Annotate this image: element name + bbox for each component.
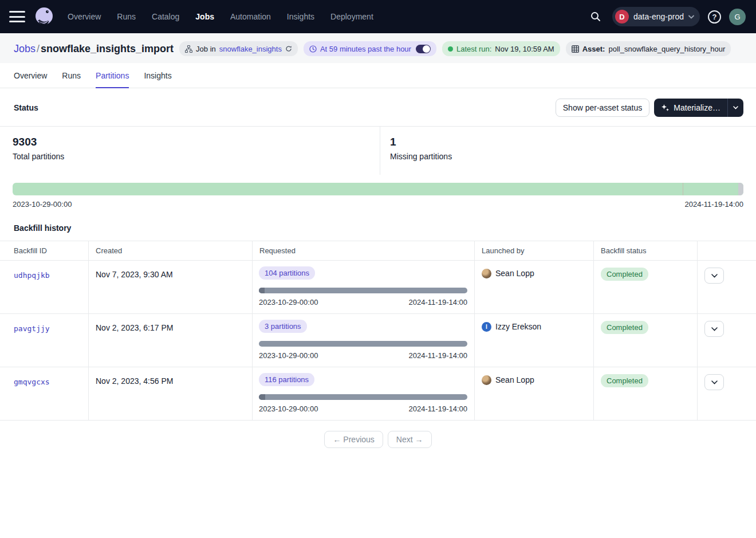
- page-title: snowflake_insights_import: [41, 43, 174, 54]
- nav-jobs[interactable]: Jobs: [195, 12, 214, 21]
- col-launched-by: Launched by: [475, 241, 594, 260]
- range-bar-segment: [259, 288, 265, 293]
- status-actions: Show per-asset status Materialize…: [556, 99, 743, 117]
- latest-run-time[interactable]: Nov 19, 10:59 AM: [495, 45, 554, 53]
- status-badge: Completed: [601, 374, 648, 387]
- launched-by-name: Sean Lopp: [495, 269, 534, 278]
- page-header: Jobs/snowflake_insights_import Job in sn…: [0, 33, 756, 63]
- created-value: Nov 7, 2023, 9:30 AM: [89, 261, 253, 313]
- launched-by-cell: I Izzy Erekson: [475, 314, 594, 367]
- help-icon[interactable]: ?: [708, 10, 721, 23]
- tab-insights[interactable]: Insights: [144, 63, 171, 88]
- col-backfill-id: Backfill ID: [0, 241, 89, 260]
- requested-partitions-badge[interactable]: 104 partitions: [259, 266, 315, 280]
- asset-name-link[interactable]: poll_snowflake_query_history_hour: [608, 45, 725, 53]
- chevron-down-icon: [733, 106, 738, 109]
- requested-partitions-badge[interactable]: 116 partitions: [259, 373, 314, 386]
- status-toolbar: Status Show per-asset status Materialize…: [0, 88, 756, 126]
- requested-cell: 116 partitions 2023-10-29-00:00 2024-11-…: [253, 367, 475, 420]
- col-created: Created: [89, 241, 253, 260]
- launched-by-cell: Sean Lopp: [475, 367, 594, 420]
- next-page-button[interactable]: Next →: [388, 431, 432, 448]
- deployment-badge: D: [615, 10, 629, 23]
- partition-bar-divider: [683, 183, 683, 195]
- total-partitions-value: 9303: [13, 136, 380, 148]
- previous-page-button[interactable]: ← Previous: [324, 431, 383, 448]
- row-menu-button[interactable]: [704, 268, 724, 284]
- row-menu-button[interactable]: [704, 321, 724, 337]
- backfill-range-bar: [259, 341, 467, 347]
- clock-icon: [309, 45, 317, 53]
- user-avatar[interactable]: G: [729, 9, 746, 25]
- materialize-caret-button[interactable]: [728, 99, 743, 117]
- show-per-asset-status-button[interactable]: Show per-asset status: [556, 99, 650, 117]
- nav-runs[interactable]: Runs: [117, 12, 136, 21]
- created-value: Nov 2, 2023, 6:17 PM: [89, 314, 253, 367]
- job-graph-icon: [185, 45, 192, 53]
- breadcrumb: Jobs/snowflake_insights_import: [14, 43, 174, 55]
- range-start: 2023-10-29-00:00: [259, 351, 318, 360]
- materialize-button[interactable]: Materialize…: [654, 99, 727, 117]
- nav-deployment[interactable]: Deployment: [330, 12, 373, 21]
- row-menu-button[interactable]: [704, 374, 724, 390]
- backfill-table-body: udhpqjkb Nov 7, 2023, 9:30 AM 104 partit…: [0, 261, 756, 421]
- materialize-button-group: Materialize…: [654, 99, 743, 117]
- chevron-down-icon: [711, 274, 718, 278]
- nav-insights[interactable]: Insights: [287, 12, 314, 21]
- sparkle-icon: [661, 104, 670, 112]
- reload-icon[interactable]: [285, 45, 292, 52]
- menu-icon[interactable]: [9, 11, 25, 22]
- dagster-logo-icon[interactable]: [33, 6, 55, 28]
- search-icon[interactable]: [587, 8, 604, 25]
- col-actions: [698, 241, 756, 260]
- avatar: I: [482, 322, 491, 332]
- schedule-badge: At 59 minutes past the hour: [304, 41, 436, 56]
- tab-overview[interactable]: Overview: [14, 63, 47, 88]
- chevron-down-icon: [688, 15, 694, 19]
- chevron-down-icon: [711, 380, 718, 384]
- partition-range-start: 2023-10-29-00:00: [13, 200, 72, 209]
- table-row: udhpqjkb Nov 7, 2023, 9:30 AM 104 partit…: [0, 261, 756, 314]
- missing-partitions-value: 1: [390, 136, 756, 148]
- tab-runs[interactable]: Runs: [62, 63, 81, 88]
- nav-automation[interactable]: Automation: [230, 12, 271, 21]
- asset-label: Asset:: [582, 45, 605, 53]
- backfill-range-bar: [259, 288, 467, 293]
- partition-range-end: 2024-11-19-14:00: [685, 200, 743, 209]
- repo-link[interactable]: snowflake_insights: [219, 45, 282, 53]
- backfill-id-link[interactable]: gmqvgcxs: [14, 378, 50, 386]
- latest-run-badge: Latest run: Nov 19, 10:59 AM: [442, 41, 560, 56]
- backfill-table: Backfill ID Created Requested Launched b…: [0, 241, 756, 421]
- missing-partitions-stat: 1 Missing partitions: [380, 127, 756, 175]
- requested-partitions-badge[interactable]: 3 partitions: [259, 320, 307, 333]
- backfill-id-link[interactable]: pavgtjjy: [14, 324, 50, 333]
- col-backfill-status: Backfill status: [594, 241, 698, 260]
- deployment-name: data-eng-prod: [633, 12, 684, 21]
- nav-catalog[interactable]: Catalog: [152, 12, 179, 21]
- launched-by-cell: Sean Lopp: [475, 261, 594, 313]
- navbar-right: D data-eng-prod ? G: [587, 7, 746, 26]
- partition-status-bar[interactable]: [13, 183, 743, 195]
- backfill-id-link[interactable]: udhpqjkb: [14, 271, 50, 280]
- tab-partitions[interactable]: Partitions: [96, 63, 129, 88]
- breadcrumb-separator: /: [37, 43, 40, 54]
- table-row: pavgtjjy Nov 2, 2023, 6:17 PM 3 partitio…: [0, 314, 756, 367]
- job-in-label: Job in: [196, 45, 216, 53]
- range-start: 2023-10-29-00:00: [259, 405, 318, 413]
- breadcrumb-jobs-link[interactable]: Jobs: [14, 43, 36, 54]
- partition-status-bar-section: 2023-10-29-00:00 2024-11-19-14:00: [0, 175, 756, 209]
- nav-overview[interactable]: Overview: [68, 12, 101, 21]
- total-partitions-stat: 9303 Total partitions: [0, 127, 380, 175]
- range-end: 2024-11-19-14:00: [409, 298, 467, 307]
- pagination: ← Previous Next →: [0, 431, 756, 448]
- avatar: [482, 375, 491, 385]
- launched-by-name: Izzy Erekson: [495, 322, 541, 331]
- deployment-switcher[interactable]: D data-eng-prod: [612, 7, 700, 26]
- materialize-label: Materialize…: [674, 103, 720, 112]
- schedule-label: At 59 minutes past the hour: [320, 45, 411, 53]
- col-requested: Requested: [253, 241, 475, 260]
- launched-by-name: Sean Lopp: [495, 375, 534, 384]
- job-repo-badge: Job in snowflake_insights: [179, 41, 298, 56]
- schedule-toggle[interactable]: [416, 45, 431, 53]
- range-end: 2024-11-19-14:00: [409, 351, 467, 360]
